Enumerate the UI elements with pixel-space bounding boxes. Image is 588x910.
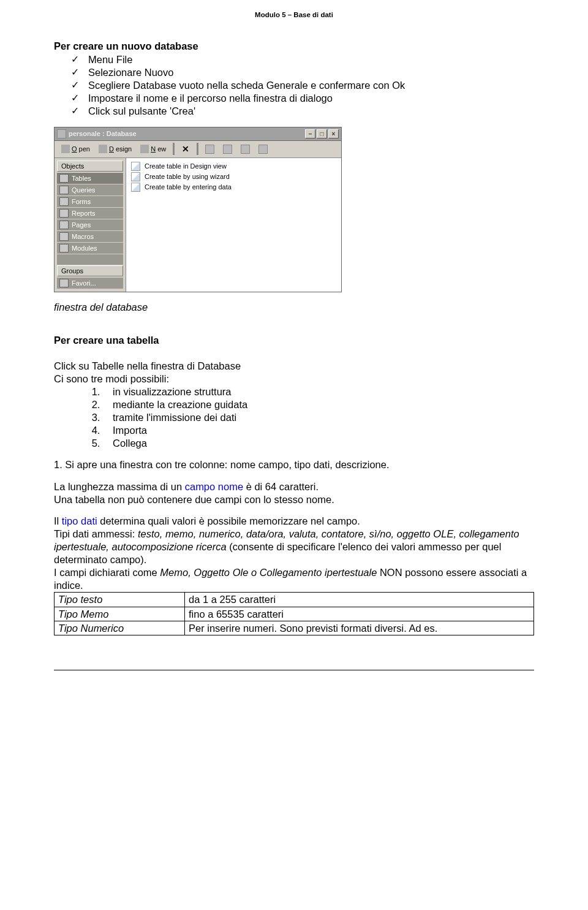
- queries-icon: [59, 186, 69, 194]
- create-db-steps: Menu File Selezionare Nuovo Scegliere Da…: [54, 53, 534, 118]
- list-item: Menu File: [71, 53, 534, 66]
- screenshot-caption: finestra del database: [54, 301, 534, 314]
- toolbar-delete[interactable]: ✕: [178, 143, 194, 154]
- sidebar: Objects Tables Queries Forms Reports Pag…: [55, 158, 126, 292]
- list-item-create-wizard[interactable]: Create table by using wizard: [131, 172, 336, 182]
- list-item: tramite l'immissione dei dati: [103, 411, 534, 424]
- sidebar-item-tables[interactable]: Tables: [57, 173, 123, 184]
- toolbar-design[interactable]: Design: [95, 143, 135, 155]
- sidebar-item-label: Macros: [72, 233, 94, 240]
- create-table-methods: in visualizzazione struttura mediante la…: [54, 385, 534, 450]
- table-row: Tipo Numerico Per inserire numeri. Sono …: [55, 621, 534, 635]
- desc-cell: fino a 65535 caratteri: [185, 607, 534, 621]
- window-titlebar: personale : Database – □ ×: [55, 127, 341, 141]
- list-item: Impostare il nome e il percorso nella fi…: [71, 92, 534, 105]
- list-item: mediante la creazione guidata: [103, 398, 534, 411]
- sidebar-item-label: Pages: [72, 221, 91, 229]
- window-title: personale : Database: [69, 130, 305, 137]
- small-icons-icon: [223, 145, 232, 154]
- paragraph: I campi dichiarati come Memo, Oggetto Ol…: [54, 566, 534, 592]
- list-item-create-entering[interactable]: Create table by entering data: [131, 182, 336, 192]
- modules-icon: [59, 244, 69, 252]
- type-cell: Tipo testo: [55, 593, 185, 607]
- sidebar-item-pages[interactable]: Pages: [57, 219, 123, 230]
- list-item-create-design[interactable]: Create table in Design view: [131, 161, 336, 172]
- macros-icon: [59, 232, 69, 241]
- page-header: Modulo 5 – Base di dati: [54, 0, 534, 40]
- list-item-label: Create table by entering data: [145, 183, 232, 191]
- sidebar-item-forms[interactable]: Forms: [57, 196, 123, 207]
- favorites-icon: [59, 279, 69, 287]
- sidebar-item-label: Tables: [72, 175, 91, 182]
- design-icon: [99, 145, 107, 153]
- toolbar-view-large[interactable]: [202, 143, 218, 156]
- minimize-button[interactable]: –: [305, 129, 315, 138]
- tables-icon: [59, 174, 69, 183]
- toolbar-view-list[interactable]: [237, 143, 254, 156]
- sidebar-group-objects: Objects: [57, 161, 123, 172]
- sidebar-item-modules[interactable]: Modules: [57, 243, 123, 254]
- toolbar-new[interactable]: New: [137, 143, 170, 155]
- list-item: Scegliere Database vuoto nella scheda Ge…: [71, 79, 534, 92]
- wizard-icon: [131, 172, 140, 181]
- maximize-button[interactable]: □: [317, 129, 327, 138]
- paragraph: Una tabella non può contenere due campi …: [54, 493, 534, 506]
- sidebar-item-queries[interactable]: Queries: [57, 184, 123, 195]
- list-item: Click sul pulsante 'Crea': [71, 105, 534, 118]
- sidebar-item-label: Forms: [72, 198, 91, 205]
- separator: [173, 143, 175, 155]
- open-icon: [61, 145, 70, 153]
- wizard-icon: [131, 162, 140, 171]
- sidebar-item-label: Modules: [72, 245, 97, 252]
- sidebar-item-label: Reports: [72, 210, 96, 217]
- list-icon: [241, 145, 250, 154]
- type-cell: Tipo Memo: [55, 607, 185, 621]
- paragraph: La lunghezza massima di un campo nome è …: [54, 480, 534, 493]
- type-table: Tipo testo da 1 a 255 caratteri Tipo Mem…: [54, 592, 534, 635]
- toolbar: Open Design New ✕: [55, 141, 341, 158]
- large-icons-icon: [205, 145, 214, 154]
- term-campo-nome: campo nome: [185, 481, 243, 492]
- forms-icon: [59, 197, 69, 206]
- list-item: Selezionare Nuovo: [71, 66, 534, 79]
- close-button[interactable]: ×: [328, 129, 339, 138]
- separator: [197, 143, 198, 155]
- pages-icon: [59, 221, 69, 229]
- list-item-label: Create table in Design view: [145, 162, 227, 170]
- sidebar-item-label: Queries: [72, 186, 96, 194]
- new-icon: [140, 145, 149, 153]
- database-window-screenshot: personale : Database – □ × Open Design N…: [54, 127, 342, 292]
- reports-icon: [59, 209, 69, 218]
- sidebar-group-groups: Groups: [57, 265, 123, 276]
- section-heading-create-db: Per creare un nuovo database: [54, 40, 534, 52]
- excluded-types: Memo, Oggetto Ole o Collegamento ipertes…: [160, 567, 377, 578]
- section-heading-create-table: Per creare una tabella: [54, 335, 534, 346]
- list-item: in visualizzazione struttura: [103, 385, 534, 398]
- desc-cell: Per inserire numeri. Sono previsti forma…: [185, 621, 534, 635]
- table-row: Tipo testo da 1 a 255 caratteri: [55, 593, 534, 607]
- paragraph: 1. Si apre una finestra con tre colonne:…: [54, 458, 534, 471]
- sidebar-item-favorites[interactable]: Favori...: [57, 278, 123, 289]
- intro-line: Click su Tabelle nella finestra di Datab…: [54, 360, 534, 373]
- desc-cell: da 1 a 255 caratteri: [185, 593, 534, 607]
- sidebar-item-macros[interactable]: Macros: [57, 231, 123, 242]
- list-item: Collega: [103, 437, 534, 450]
- sidebar-item-reports[interactable]: Reports: [57, 208, 123, 219]
- toolbar-open[interactable]: Open: [58, 143, 94, 155]
- details-icon: [258, 145, 268, 154]
- toolbar-view-small[interactable]: [219, 143, 236, 156]
- paragraph: Il tipo dati determina quali valori è po…: [54, 515, 534, 528]
- table-row: Tipo Memo fino a 65535 caratteri: [55, 607, 534, 621]
- footer-rule: [54, 670, 534, 670]
- toolbar-view-details[interactable]: [255, 143, 271, 156]
- wizard-icon: [131, 183, 140, 192]
- sidebar-item-label: Favori...: [72, 279, 96, 287]
- intro-line: Ci sono tre modi possibili:: [54, 373, 534, 385]
- type-cell: Tipo Numerico: [55, 621, 185, 635]
- list-item-label: Create table by using wizard: [145, 173, 230, 180]
- term-tipo-dati: tipo dati: [62, 515, 97, 526]
- paragraph: Tipi dati ammessi: testo, memo, numerico…: [54, 528, 534, 566]
- object-list: Create table in Design view Create table…: [126, 158, 341, 292]
- list-item: Importa: [103, 424, 534, 437]
- app-icon: [57, 129, 66, 138]
